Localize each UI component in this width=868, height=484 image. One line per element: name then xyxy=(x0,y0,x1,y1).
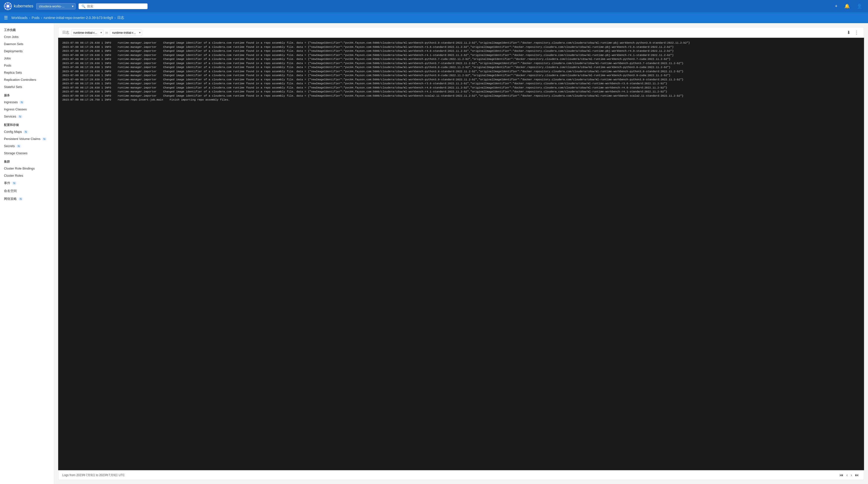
breadcrumb-bar: ☰ Workloads › Pods › runtime-initial-rep… xyxy=(0,12,868,23)
sidebar-item-label: Jobs xyxy=(4,56,10,60)
configmaps-badge: N xyxy=(23,130,28,133)
sidebar-item-cluster-role-bindings[interactable]: Cluster Role Bindings xyxy=(0,165,54,172)
sidebar-item-ingress-classes[interactable]: Ingress Classes xyxy=(0,106,54,113)
pagination-controls: ⏮ ‹ › ⏭ xyxy=(838,473,860,478)
sidebar-item-services[interactable]: Services N xyxy=(0,113,54,120)
app-logo: kubernetes xyxy=(4,2,33,10)
cluster-selector[interactable]: cloudera-works-... xyxy=(36,3,75,9)
pod-selector-wrap[interactable]: runtime-initial-r... xyxy=(71,30,103,36)
secrets-badge: N xyxy=(16,144,21,148)
breadcrumb-sep-3: › xyxy=(115,16,116,20)
sidebar-item-cluster-roles[interactable]: Cluster Roles xyxy=(0,172,54,179)
next-page-button[interactable]: › xyxy=(850,473,853,478)
sidebar-item-label: 命名空间 xyxy=(4,189,17,193)
services-badge: N xyxy=(18,115,23,118)
sidebar-item-label: 事件 xyxy=(4,181,10,185)
sidebar-item-namespaces[interactable]: 命名空间 xyxy=(0,187,54,195)
container-selector[interactable]: runtime-initial-r... xyxy=(110,30,142,36)
sidebar-item-label: Ingresses xyxy=(4,100,18,104)
breadcrumb-pod-name[interactable]: runtime-initial-repo-inserter-2.0.39-b73… xyxy=(43,16,113,20)
cluster-selector-wrap[interactable]: cloudera-works-... xyxy=(36,3,75,9)
sidebar-item-events[interactable]: 事件 N xyxy=(0,179,54,187)
search-icon: 🔍 xyxy=(82,4,86,8)
sidebar-item-secrets[interactable]: Secrets N xyxy=(0,143,54,150)
breadcrumb-sep-1: › xyxy=(29,16,30,20)
download-button[interactable]: ⬇ xyxy=(846,29,851,36)
sidebar-item-label: 网络策略 xyxy=(4,196,17,201)
sidebar-item-daemon-sets[interactable]: Daemon Sets xyxy=(0,40,54,48)
app-name: kubernetes xyxy=(14,4,33,8)
pod-selector[interactable]: runtime-initial-r... xyxy=(71,30,103,36)
sidebar-item-label: Ingress Classes xyxy=(4,108,27,111)
first-page-button[interactable]: ⏮ xyxy=(838,473,844,478)
sidebar-item-label: Stateful Sets xyxy=(4,85,22,89)
last-page-button[interactable]: ⏭ xyxy=(854,473,860,478)
sidebar-item-ingresses[interactable]: Ingresses N xyxy=(0,98,54,106)
sidebar: 工作负载 Cron Jobs Daemon Sets Deployments J… xyxy=(0,23,54,484)
sidebar-item-pvc[interactable]: Persistent Volume Claims N xyxy=(0,135,54,143)
log-actions: ⬇ ⋮ xyxy=(846,29,860,36)
pvc-badge: N xyxy=(42,137,47,141)
workloads-section-label: 工作负载 xyxy=(0,25,54,33)
sidebar-item-config-maps[interactable]: Config Maps N xyxy=(0,128,54,135)
prev-page-button[interactable]: ‹ xyxy=(845,473,848,478)
search-box[interactable]: 🔍 xyxy=(79,3,148,9)
ingresses-badge: N xyxy=(19,100,24,104)
sidebar-item-label: Storage Classes xyxy=(4,151,27,155)
breadcrumb-pods[interactable]: Pods xyxy=(32,16,40,20)
search-input[interactable] xyxy=(87,4,145,8)
sidebar-item-storage-classes[interactable]: Storage Classes xyxy=(0,150,54,157)
sidebar-item-label: Config Maps xyxy=(4,130,22,133)
sidebar-item-replica-sets[interactable]: Replica Sets xyxy=(0,69,54,76)
log-date-range: Logs from 2023年7月9日 to 2023年7月9日 UTC xyxy=(62,473,125,477)
sidebar-item-replication-controllers[interactable]: Replication Controllers xyxy=(0,76,54,83)
sidebar-item-deployments[interactable]: Deployments xyxy=(0,48,54,55)
in-label: in xyxy=(105,31,108,34)
sidebar-item-label: Cluster Roles xyxy=(4,174,23,177)
sidebar-item-label: Daemon Sets xyxy=(4,42,23,46)
sidebar-item-label: Secrets xyxy=(4,144,15,148)
sidebar-item-network-policies[interactable]: 网络策略 N xyxy=(0,195,54,203)
sidebar-item-stateful-sets[interactable]: Stateful Sets xyxy=(0,83,54,90)
events-badge: N xyxy=(12,181,17,185)
log-viewer-header: 日志 runtime-initial-r... in runtime-initi… xyxy=(58,27,864,38)
notifications-icon[interactable]: 🔔 xyxy=(842,2,852,10)
sidebar-item-pods[interactable]: Pods xyxy=(0,62,54,69)
hamburger-menu-icon[interactable]: ☰ xyxy=(4,15,8,21)
page-layout: 工作负载 Cron Jobs Daemon Sets Deployments J… xyxy=(0,23,868,484)
config-section-label: 配置和存储 xyxy=(0,120,54,128)
svg-point-1 xyxy=(6,5,9,8)
sidebar-item-jobs[interactable]: Jobs xyxy=(0,55,54,62)
sidebar-item-label: Pods xyxy=(4,64,11,67)
sidebar-item-label: Cron Jobs xyxy=(4,35,19,39)
main-content: 日志 runtime-initial-r... in runtime-initi… xyxy=(54,23,868,484)
container-selector-wrap[interactable]: runtime-initial-r... xyxy=(110,30,142,36)
services-section-label: 服务 xyxy=(0,90,54,98)
breadcrumb-current: 日志 xyxy=(117,16,124,20)
more-options-button[interactable]: ⋮ xyxy=(854,29,860,36)
log-footer: Logs from 2023年7月9日 to 2023年7月9日 UTC ⏮ ‹… xyxy=(58,470,864,480)
network-badge: N xyxy=(18,197,23,201)
sidebar-item-cron-jobs[interactable]: Cron Jobs xyxy=(0,33,54,40)
sidebar-item-label: Cluster Role Bindings xyxy=(4,167,35,170)
log-content-area[interactable]: 2023-07-09 08:17:29.638 1 INFO runtime-m… xyxy=(58,38,864,470)
cluster-section-label: 集群 xyxy=(0,157,54,165)
sidebar-item-label: Deployments xyxy=(4,49,23,53)
sidebar-item-label: Services xyxy=(4,115,16,118)
add-button[interactable]: + xyxy=(833,3,839,10)
kubernetes-logo-icon xyxy=(4,2,12,10)
sidebar-item-label: Persistent Volume Claims xyxy=(4,137,40,141)
sidebar-item-label: Replica Sets xyxy=(4,71,22,74)
breadcrumb-sep-2: › xyxy=(41,16,42,20)
top-navigation: kubernetes cloudera-works-... 🔍 + 🔔 👤 xyxy=(0,0,868,12)
user-icon[interactable]: 👤 xyxy=(855,2,864,10)
log-title: 日志 xyxy=(62,30,69,35)
sidebar-item-label: Replication Controllers xyxy=(4,78,36,82)
breadcrumb-workloads[interactable]: Workloads xyxy=(11,16,28,20)
